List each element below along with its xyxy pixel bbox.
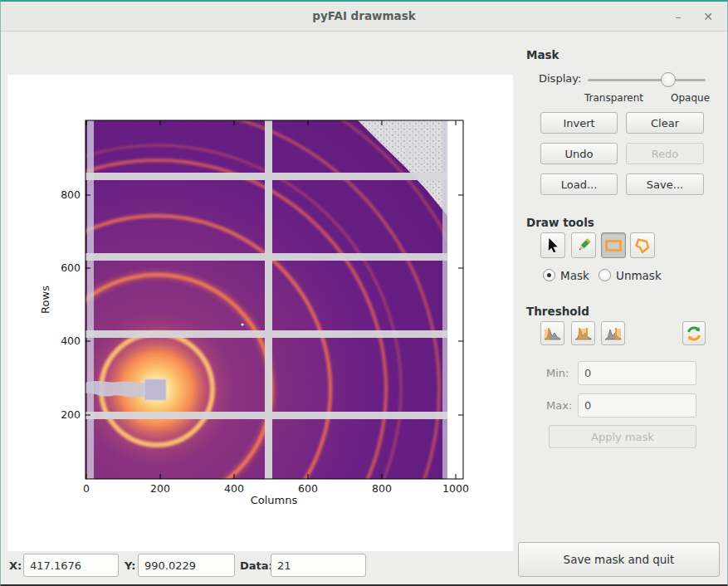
clear-button[interactable]: Clear [626, 112, 704, 134]
slider-track[interactable] [588, 79, 706, 81]
load-mask-button[interactable]: Load... [540, 173, 618, 195]
x-tick-label: 1000 [442, 482, 469, 495]
y-coordinate-label: Y: [125, 559, 135, 572]
minimize-button[interactable]: – [669, 7, 687, 26]
rectangle-icon [605, 240, 622, 251]
x-tick-label: 200 [150, 482, 170, 495]
hot-pixel [242, 324, 244, 326]
y-tick-label: 200 [61, 408, 81, 421]
display-label: Display: [539, 72, 581, 85]
data-value [271, 554, 366, 577]
threshold-refresh-button[interactable] [682, 321, 706, 345]
draw-tools-heading: Draw tools [526, 216, 594, 229]
app-window: pyFAI drawmask – ✕ [0, 0, 728, 586]
x-coordinate-label: X: [9, 559, 22, 572]
beamstop-square-mask [144, 379, 166, 400]
mask-transparency-slider[interactable] [588, 72, 706, 87]
polygon-icon [634, 237, 651, 254]
x-tick-label: 0 [83, 482, 90, 495]
unmask-radio-label: Unmask [616, 269, 662, 282]
max-input[interactable] [578, 393, 696, 418]
title-bar: pyFAI drawmask – ✕ [1, 2, 727, 32]
mask-radio-label: Mask [560, 269, 589, 282]
rectangle-tool-button[interactable] [601, 232, 626, 258]
slider-handle[interactable] [661, 72, 676, 87]
histogram-below-min-icon [544, 326, 561, 340]
diffraction-image [7, 75, 513, 551]
y-tick-label: 600 [61, 261, 81, 274]
save-mask-and-quit-button[interactable]: Save mask and quit [518, 542, 720, 577]
min-input[interactable] [578, 361, 696, 385]
y-axis-label: Rows [39, 286, 51, 314]
data-value-label: Data: [240, 559, 273, 572]
plot-canvas[interactable]: 0 200 400 600 800 1000 200 400 600 800 C… [7, 75, 513, 551]
min-label: Min: [546, 367, 569, 379]
diffraction-plot[interactable]: 0 200 400 600 800 1000 200 400 600 800 C… [7, 75, 513, 551]
window-title: pyFAI drawmask [1, 9, 727, 22]
redo-button[interactable]: Redo [626, 143, 704, 164]
y-tick-label: 400 [61, 335, 81, 347]
pencil-tool-button[interactable] [571, 232, 596, 258]
unmask-radio[interactable] [599, 269, 611, 281]
pointer-arrow-icon [546, 237, 560, 253]
x-tick-label: 600 [298, 482, 318, 495]
invert-button[interactable]: Invert [540, 112, 618, 134]
apply-mask-button[interactable]: Apply mask [549, 425, 696, 448]
mask-radio[interactable] [543, 269, 555, 281]
x-coordinate-value [23, 554, 119, 577]
pencil-icon [576, 237, 592, 253]
close-button[interactable]: ✕ [699, 7, 717, 26]
x-tick-label: 800 [372, 482, 392, 495]
x-tick-label: 400 [224, 482, 244, 495]
x-axis-label: Columns [251, 494, 298, 506]
y-tick-label: 800 [61, 188, 81, 201]
threshold-between-button[interactable] [571, 321, 595, 345]
refresh-icon [686, 325, 702, 342]
max-label: Max: [546, 399, 572, 412]
threshold-below-button[interactable] [540, 321, 564, 345]
undo-button[interactable]: Undo [540, 143, 618, 164]
polygon-tool-button[interactable] [630, 232, 655, 258]
status-bar: X: Y: Data: [1, 551, 517, 586]
transparent-label: Transparent [584, 92, 643, 104]
histogram-above-max-icon [604, 326, 622, 340]
threshold-above-button[interactable] [601, 321, 625, 345]
mask-section-heading: Mask [526, 48, 559, 61]
side-panel: Mask Display: Transparent Opaque Invert … [517, 32, 728, 546]
pan-select-tool-button[interactable] [540, 232, 565, 258]
opaque-label: Opaque [671, 92, 710, 104]
threshold-heading: Threshold [526, 305, 589, 318]
toolbar: 0 Y [1, 32, 513, 74]
save-mask-button[interactable]: Save... [626, 173, 704, 195]
y-coordinate-value [138, 554, 235, 577]
histogram-between-icon [574, 326, 592, 340]
